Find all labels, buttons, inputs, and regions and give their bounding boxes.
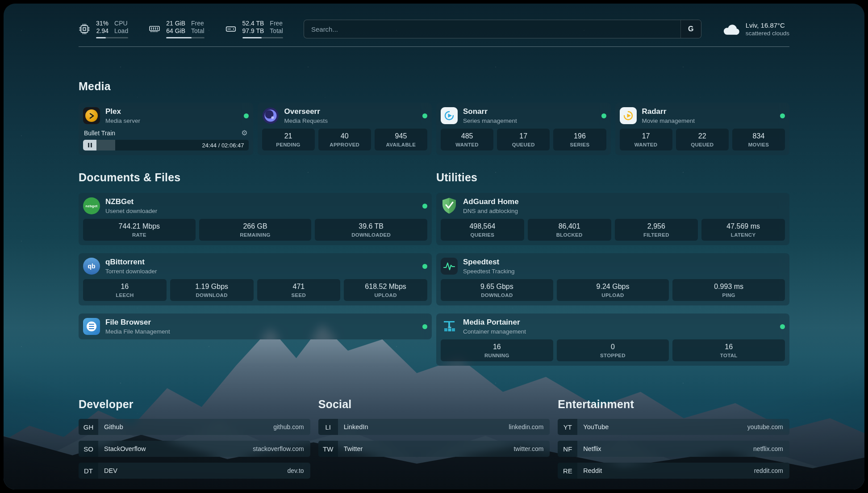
- stat-running: 16 RUNNING: [441, 339, 553, 361]
- stat-label: WANTED: [442, 142, 492, 147]
- gear-icon[interactable]: ⚙: [241, 130, 247, 137]
- cpu-usage-bar-fill: [96, 37, 106, 38]
- topbar: 31% 2.94 CPU Load: [79, 20, 789, 38]
- service-name: Radarr: [642, 107, 695, 116]
- stat-label: QUERIES: [442, 232, 522, 238]
- pause-icon: [88, 143, 89, 147]
- bookmark-name: DEV: [104, 467, 117, 474]
- service-card-sonarr[interactable]: Sonarr Series management 485 WANTED 17 Q…: [436, 103, 611, 155]
- search-provider-button[interactable]: G: [680, 20, 701, 38]
- stat-value: 485: [442, 132, 492, 140]
- bookmark-url: reddit.com: [754, 467, 783, 474]
- stat-value: 17: [499, 132, 548, 140]
- status-dot: [780, 324, 785, 329]
- cpu-readout: 31% 2.94 CPU Load: [96, 20, 128, 38]
- bookmark-youtube[interactable]: YT YouTube youtube.com: [558, 419, 789, 435]
- group-title-entertainment: Entertainment: [558, 398, 789, 411]
- stat-queued: 22 QUEUED: [676, 129, 729, 150]
- dashboard-content: 31% 2.94 CPU Load: [4, 4, 864, 489]
- service-card-radarr[interactable]: Radarr Movie management 17 WANTED 22 QUE…: [615, 103, 790, 155]
- stat-approved: 40 APPROVED: [318, 129, 371, 150]
- stat-value: 266 GB: [201, 222, 310, 230]
- status-dot: [422, 324, 427, 329]
- disk-free-label: Free: [270, 20, 283, 27]
- stat-label: UPLOAD: [559, 292, 668, 298]
- bookmark-url: dev.to: [288, 467, 304, 474]
- bookmark-stackoverflow[interactable]: SO StackOverflow stackoverflow.com: [79, 441, 310, 457]
- service-card-overseerr[interactable]: Overseerr Media Requests 21 PENDING 40 A…: [258, 103, 432, 155]
- memory-free: 21 GiB: [166, 20, 185, 27]
- disk-total-label: Total: [270, 27, 283, 35]
- nzbget-icon: nzbget: [83, 197, 100, 214]
- stat-ping: 0.993 ms PING: [672, 279, 785, 301]
- bookmark-abbr: NF: [558, 441, 577, 457]
- stat-value: 945: [376, 132, 426, 140]
- media-cards-row: Plex Media server Bullet Train ⚙: [79, 103, 789, 155]
- service-card-plex[interactable]: Plex Media server Bullet Train ⚙: [79, 103, 253, 155]
- stat-filtered: 2,956 FILTERED: [615, 219, 698, 241]
- weather-location: Lviv, 16.87°C: [746, 21, 789, 29]
- bookmark-linkedin[interactable]: LI LinkedIn linkedin.com: [318, 419, 550, 435]
- group-media: Media Plex Media server: [79, 80, 789, 155]
- disk-icon: [225, 23, 237, 35]
- pause-button[interactable]: [83, 140, 96, 150]
- service-card-speedtest[interactable]: Speedtest Speedtest Tracking 9.65 Gbps D…: [436, 253, 789, 305]
- stat-blocked: 86,401 BLOCKED: [528, 219, 611, 241]
- status-dot: [601, 113, 606, 118]
- stat-movies: 834 MOVIES: [732, 129, 785, 150]
- service-card-nzbget[interactable]: nzbget NZBGet Usenet downloader 744.21 M…: [79, 193, 432, 245]
- stat-label: DOWNLOAD: [172, 292, 252, 298]
- memory-total: 64 GiB: [166, 27, 185, 35]
- stat-value: 16: [442, 343, 551, 351]
- bookmark-url: netflix.com: [753, 445, 783, 452]
- cpu-label: CPU: [114, 20, 128, 27]
- status-dot: [780, 113, 785, 118]
- now-playing-title: Bullet Train: [84, 130, 115, 137]
- stat-upload: 9.24 Gbps UPLOAD: [557, 279, 669, 301]
- weather-condition: scattered clouds: [746, 29, 789, 37]
- bookmark-abbr: YT: [558, 419, 577, 435]
- service-name: qBittorrent: [105, 258, 157, 267]
- disk-free: 52.4 TB: [242, 20, 264, 27]
- service-name: AdGuard Home: [463, 197, 519, 206]
- memory-readout: 21 GiB 64 GiB Free Total: [166, 20, 204, 38]
- memory-usage-bar-fill: [166, 37, 192, 38]
- memory-total-label: Total: [191, 27, 204, 35]
- stat-value: 21: [264, 132, 313, 140]
- service-description: Media Requests: [284, 117, 328, 124]
- service-card-filebrowser[interactable]: File Browser Media File Management: [79, 313, 432, 339]
- stat-label: MOVIES: [734, 142, 783, 147]
- bookmark-netflix[interactable]: NF Netflix netflix.com: [558, 441, 789, 457]
- disk-widget: 52.4 TB 97.9 TB Free Total: [225, 20, 283, 38]
- cpu-usage-bar: [96, 37, 128, 38]
- stat-value: 16: [85, 283, 165, 291]
- stat-value: 744.21 Mbps: [85, 222, 194, 230]
- stat-value: 86,401: [530, 222, 609, 230]
- stat-leech: 16 LEECH: [83, 279, 167, 301]
- bookmark-reddit[interactable]: RE Reddit reddit.com: [558, 463, 789, 479]
- bookmark-name: StackOverflow: [104, 445, 146, 452]
- stat-label: QUEUED: [678, 142, 727, 147]
- stat-label: AVAILABLE: [376, 142, 426, 147]
- bookmark-github[interactable]: GH Github github.com: [79, 419, 310, 435]
- bookmark-dev[interactable]: DT DEV dev.to: [79, 463, 310, 479]
- service-description: Usenet downloader: [105, 208, 157, 214]
- plex-progress-bar[interactable]: 24:44 / 02:06:47: [83, 140, 249, 150]
- service-card-portainer[interactable]: Media Portainer Container management 16 …: [436, 313, 789, 366]
- stat-wanted: 17 WANTED: [620, 129, 672, 150]
- bookmark-twitter[interactable]: TW Twitter twitter.com: [318, 441, 550, 457]
- service-card-adguard[interactable]: AdGuard Home DNS and adblocking 498,564 …: [436, 193, 789, 245]
- weather-widget[interactable]: Lviv, 16.87°C scattered clouds: [722, 21, 789, 37]
- search-input[interactable]: [304, 20, 701, 38]
- memory-usage-bar: [166, 37, 204, 38]
- service-card-qbittorrent[interactable]: qb qBittorrent Torrent downloader 16: [79, 253, 432, 305]
- stat-queries: 498,564 QUERIES: [441, 219, 524, 241]
- stat-wanted: 485 WANTED: [441, 129, 493, 150]
- speedtest-icon: [441, 258, 458, 275]
- stat-value: 17: [622, 132, 671, 140]
- service-name: File Browser: [105, 318, 170, 327]
- stat-pending: 21 PENDING: [262, 129, 315, 150]
- stat-value: 9.24 Gbps: [559, 283, 668, 291]
- bookmark-group-social: Social LI LinkedIn linkedin.com TW Twitt…: [318, 398, 550, 479]
- stat-label: REMAINING: [201, 232, 310, 238]
